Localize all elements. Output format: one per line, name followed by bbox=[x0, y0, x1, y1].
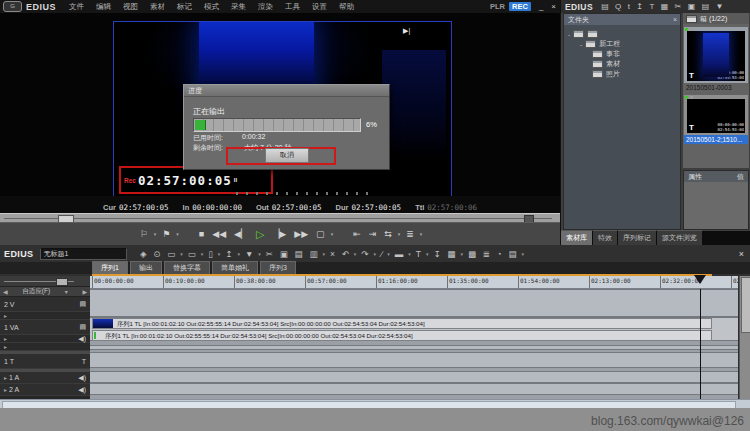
text-tool-icon[interactable]: t bbox=[625, 2, 634, 11]
track-header-2 A[interactable]: ▸2 A◀) bbox=[0, 384, 90, 396]
menubar-menu-9[interactable]: 设置 bbox=[306, 0, 333, 13]
plr-indicator[interactable]: PLR bbox=[490, 2, 505, 11]
bin-item-1[interactable]: T00:00:00:0002:54:53:0420150501-2;1510..… bbox=[684, 95, 748, 144]
horizontal-scrollbar[interactable] bbox=[0, 399, 750, 408]
paste-icon[interactable]: ▤ bbox=[291, 249, 306, 259]
new-folder-icon[interactable]: ▤ bbox=[598, 2, 612, 11]
track-header-sub-3[interactable]: ▸◀) bbox=[0, 335, 90, 343]
panel-icon[interactable]: ▤ bbox=[505, 249, 520, 259]
expand-arrow-icon[interactable]: ▸ bbox=[4, 335, 7, 342]
play-button[interactable]: ▷ bbox=[252, 224, 268, 244]
timeline-title-field[interactable]: 无标题1 bbox=[40, 248, 127, 260]
monitor-icon[interactable]: ▦ bbox=[657, 2, 671, 11]
fast-forward-button[interactable]: ▶▶ bbox=[290, 224, 312, 244]
loop-button[interactable]: ▢ bbox=[312, 224, 329, 244]
record-icon[interactable]: ⊙ bbox=[150, 249, 164, 259]
sequence-tab-4[interactable]: 序列3 bbox=[260, 261, 296, 274]
timeline-clip-video[interactable]: 序列1 TL [In:00:01:02:10 Out:02:55:55:14 D… bbox=[92, 318, 712, 329]
folder-tree-item-1[interactable]: -新工程 bbox=[564, 39, 680, 49]
search-icon[interactable]: Q bbox=[612, 2, 625, 11]
preset-value[interactable]: 自适应(F) bbox=[22, 287, 50, 296]
folder-tree-item-3[interactable]: 素材 bbox=[564, 59, 680, 69]
undo-icon[interactable]: ↶ bbox=[338, 249, 352, 259]
menubar-menu-8[interactable]: 工具 bbox=[279, 0, 306, 13]
track-header-sub-1[interactable]: ▸ bbox=[0, 312, 90, 320]
export-icon[interactable]: ↥ bbox=[222, 249, 236, 259]
sequence-tab-3[interactable]: 简单婚礼 bbox=[212, 261, 258, 274]
export-tape-icon[interactable]: ▦ bbox=[444, 249, 459, 259]
menubar-menu-0[interactable]: 文件 bbox=[63, 0, 90, 13]
set-in-button[interactable]: ⚐ bbox=[136, 224, 152, 244]
export-menu[interactable]: ▾ bbox=[418, 224, 425, 244]
menubar-menu-1[interactable]: 编辑 bbox=[90, 0, 117, 13]
export-button[interactable]: ≣ bbox=[402, 224, 418, 244]
playhead-icon[interactable] bbox=[694, 275, 706, 284]
track-header-1 A[interactable]: ▸1 A◀) bbox=[0, 372, 90, 384]
multicam-icon[interactable]: ▩ bbox=[464, 249, 479, 259]
track-header-1 T[interactable]: 1 TT bbox=[0, 354, 90, 369]
folder-panel-close-icon[interactable]: × bbox=[673, 14, 677, 25]
delete-icon[interactable]: × bbox=[327, 249, 339, 259]
bin-tab-0[interactable]: 素材库 bbox=[561, 230, 592, 245]
copy-icon[interactable]: ▣ bbox=[276, 249, 291, 259]
copy-icon[interactable]: ▣ bbox=[685, 2, 699, 11]
menubar-menu-10[interactable]: 帮助 bbox=[333, 0, 360, 13]
folder-tree-item-0[interactable]: - bbox=[564, 29, 680, 39]
save-icon[interactable]: ▼ bbox=[242, 249, 257, 259]
menubar-menu-5[interactable]: 模式 bbox=[198, 0, 225, 13]
sequence-tab-0[interactable]: 序列1 bbox=[92, 261, 128, 274]
goto-edit-point-button[interactable]: ⇆ bbox=[380, 224, 396, 244]
track-header-sub-4[interactable]: ▸ bbox=[0, 343, 90, 351]
expand-arrow-icon[interactable]: ▸ bbox=[4, 374, 7, 381]
tree-expander-icon[interactable]: - bbox=[580, 41, 582, 48]
import-icon[interactable]: ↥ bbox=[633, 2, 646, 11]
cut-icon[interactable]: ✂ bbox=[671, 2, 684, 11]
timeline-close-icon[interactable]: × bbox=[739, 249, 744, 259]
progress-dialog-titlebar[interactable]: 进度 bbox=[184, 85, 389, 97]
track-header-2 V[interactable]: 2 V▤ bbox=[0, 297, 90, 312]
minimize-button[interactable]: _ bbox=[535, 2, 547, 11]
title-icon[interactable]: T bbox=[646, 2, 657, 11]
prev-frame-button[interactable]: ◀▏ bbox=[230, 224, 252, 244]
bin-tab-3[interactable]: 源文件浏览 bbox=[657, 230, 702, 245]
set-out-menu[interactable]: ▾ bbox=[174, 224, 181, 244]
preset-right-arrow-icon[interactable]: ▶ bbox=[82, 288, 87, 295]
sequence-tab-1[interactable]: 输出 bbox=[130, 261, 162, 274]
bin-item-0[interactable]: T00:00:00:0002:54:53:0420150501-0003 bbox=[684, 27, 748, 92]
cut-icon[interactable]: ✂ bbox=[262, 249, 276, 259]
redo-icon[interactable]: ↷ bbox=[358, 249, 372, 259]
folder-tree-item-2[interactable]: 事非 bbox=[564, 49, 680, 59]
menubar-menu-6[interactable]: 采集 bbox=[225, 0, 252, 13]
menubar-menu-7[interactable]: 渲染 bbox=[252, 0, 279, 13]
timeline-clip-audio[interactable]: 序列1 TL [In:00:01:02:10 Out:02:55:55:14 D… bbox=[92, 330, 712, 341]
goto-out-button[interactable]: ⇥ bbox=[365, 224, 381, 244]
loop-menu[interactable]: ▾ bbox=[329, 224, 336, 244]
sequence-tab-2[interactable]: 替换字幕 bbox=[164, 261, 210, 274]
menubar-menu-2[interactable]: 视图 bbox=[117, 0, 144, 13]
zoom-slider-handle[interactable] bbox=[56, 278, 68, 286]
timeline-zoom-slider[interactable] bbox=[0, 276, 90, 287]
voiceover-mic-icon[interactable]: ↧ bbox=[430, 249, 444, 259]
vertical-scrollbar-thumb[interactable] bbox=[741, 277, 750, 333]
color-wheel-icon[interactable]: ◔ bbox=[493, 249, 505, 259]
expand-arrow-icon[interactable]: ▸ bbox=[4, 386, 7, 393]
title-icon[interactable]: T bbox=[412, 249, 424, 259]
replace-icon[interactable]: ▥ bbox=[306, 249, 321, 259]
position-slider[interactable] bbox=[0, 213, 560, 222]
timeline-zoom-preset[interactable]: ◀ 自适应(F) ▾ ▶ bbox=[0, 287, 90, 297]
add-clip-icon[interactable]: ▬ bbox=[391, 249, 406, 259]
bin-tab-1[interactable]: 特效 bbox=[593, 230, 617, 245]
goto-in-button[interactable]: ⇤ bbox=[349, 224, 365, 244]
menubar-menu-3[interactable]: 素材 bbox=[144, 0, 171, 13]
folder-tree-item-4[interactable]: 照片 bbox=[564, 69, 680, 79]
preset-left-arrow-icon[interactable]: ◀ bbox=[3, 288, 8, 295]
razor-icon[interactable]: ∕ bbox=[377, 249, 385, 259]
track-header-1 VA[interactable]: 1 VA▤ bbox=[0, 320, 90, 335]
expand-arrow-icon[interactable]: ▸ bbox=[4, 343, 7, 350]
bin-item-label[interactable]: 20150501-0003 bbox=[684, 83, 748, 92]
menubar-menu-4[interactable]: 标记 bbox=[171, 0, 198, 13]
tree-expander-icon[interactable]: - bbox=[568, 31, 570, 38]
rec-indicator[interactable]: REC bbox=[509, 2, 531, 11]
preset-caret-icon[interactable]: ▾ bbox=[65, 288, 68, 295]
vertical-scrollbar[interactable] bbox=[739, 276, 750, 399]
